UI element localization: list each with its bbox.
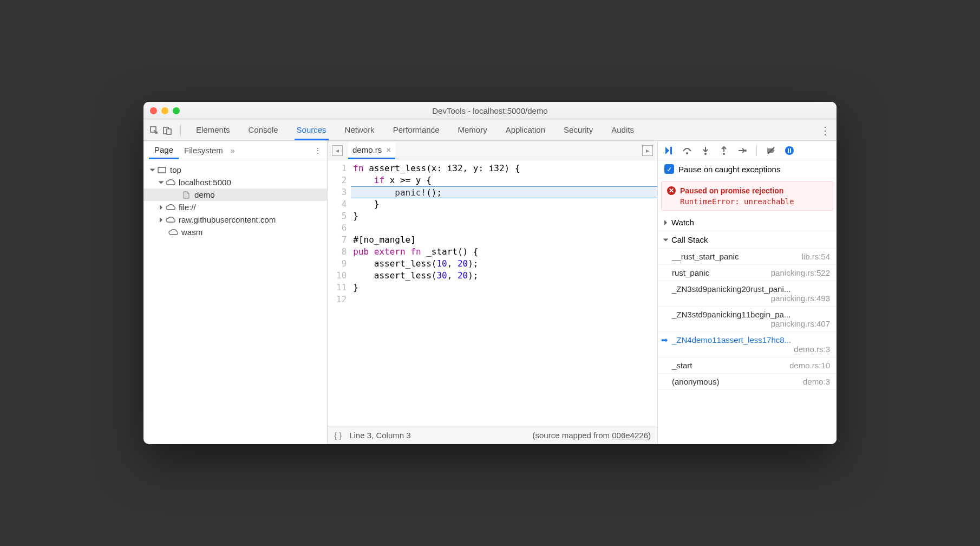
callstack-frame[interactable]: rust_panicpanicking.rs:522 <box>658 265 837 281</box>
pause-on-caught-row[interactable]: ✓ Pause on caught exceptions <box>658 160 837 178</box>
cloud-icon <box>166 204 175 211</box>
callstack-section[interactable]: Call Stack <box>658 231 837 249</box>
nav-back-icon[interactable]: ◂ <box>332 145 343 156</box>
tab-page[interactable]: Page <box>149 142 179 159</box>
callstack-frame[interactable]: __rust_start_paniclib.rs:54 <box>658 249 837 265</box>
callstack-label: Call Stack <box>671 235 708 244</box>
tree-wasm[interactable]: wasm <box>143 226 327 238</box>
file-icon <box>181 191 191 199</box>
step-over-icon[interactable] <box>682 145 692 156</box>
device-toggle-icon[interactable] <box>162 125 173 136</box>
step-out-icon[interactable] <box>718 145 729 156</box>
editor-pane: ◂ demo.rs × ▸ 123456789101112 fn assert_… <box>328 141 658 444</box>
code-lines: fn assert_less(x: i32, y: i32) { if x >=… <box>351 160 657 426</box>
body: Page Filesystem » ⋮ top localhost:5000 <box>143 141 837 444</box>
code-area[interactable]: 123456789101112 fn assert_less(x: i32, y… <box>328 160 657 426</box>
tree-raw-github[interactable]: raw.githubusercontent.com <box>143 213 327 226</box>
tab-filesystem[interactable]: Filesystem <box>179 142 228 158</box>
tab-memory[interactable]: Memory <box>456 121 489 140</box>
svg-rect-11 <box>788 148 789 153</box>
tree-file-demo[interactable]: demo <box>143 188 327 201</box>
nav-forward-icon[interactable]: ▸ <box>642 145 653 156</box>
step-icon[interactable] <box>737 145 748 156</box>
pause-on-caught-label: Pause on caught exceptions <box>678 165 780 174</box>
code-line: } <box>351 210 657 222</box>
code-line: assert_less(30, 20); <box>351 270 657 282</box>
watch-label: Watch <box>671 218 694 227</box>
tab-audits[interactable]: Audits <box>609 121 636 140</box>
callstack-frame[interactable]: _ZN3std9panicking11begin_pa...panicking.… <box>658 307 837 332</box>
window-title: DevTools - localhost:5000/demo <box>143 106 837 115</box>
code-line: pub extern fn _start() { <box>351 246 657 258</box>
tree-top[interactable]: top <box>143 164 327 176</box>
pause-exceptions-icon[interactable] <box>784 145 795 156</box>
tree-host[interactable]: localhost:5000 <box>143 176 327 188</box>
more-tabs-icon[interactable]: » <box>231 146 235 155</box>
sidebar-more-icon[interactable]: ⋮ <box>314 146 322 155</box>
tab-security[interactable]: Security <box>561 121 595 140</box>
svg-rect-2 <box>167 129 171 134</box>
source-map-link[interactable]: 006e4226 <box>612 431 648 440</box>
sidebar-tab-strip: Page Filesystem » ⋮ <box>143 141 327 160</box>
tree-file-scheme[interactable]: file:// <box>143 201 327 213</box>
svg-rect-4 <box>670 147 672 154</box>
code-line: } <box>351 198 657 210</box>
file-tab-demo[interactable]: demo.rs × <box>348 142 395 159</box>
cloud-icon <box>166 179 175 186</box>
tab-application[interactable]: Application <box>504 121 547 140</box>
pretty-print-icon[interactable]: { } <box>334 431 342 440</box>
close-tab-icon[interactable]: × <box>386 145 391 154</box>
tree-label: localhost:5000 <box>179 178 231 187</box>
tab-elements[interactable]: Elements <box>194 121 232 140</box>
svg-point-8 <box>744 150 747 152</box>
svg-point-10 <box>785 146 794 155</box>
panel-tabs: ElementsConsoleSourcesNetworkPerformance… <box>194 121 818 140</box>
svg-rect-3 <box>158 167 166 173</box>
more-menu-icon[interactable]: ⋮ <box>820 124 831 137</box>
cursor-position: Line 3, Column 3 <box>349 431 410 440</box>
svg-point-7 <box>723 153 725 155</box>
tab-sources[interactable]: Sources <box>295 121 329 140</box>
error-icon: ✕ <box>667 186 676 195</box>
inspect-icon[interactable] <box>149 125 160 136</box>
main-toolbar: ElementsConsoleSourcesNetworkPerformance… <box>143 120 837 141</box>
tab-performance[interactable]: Performance <box>391 121 442 140</box>
watch-section[interactable]: Watch <box>658 214 837 231</box>
tree-label: wasm <box>181 227 202 237</box>
paused-detail: RuntimeError: unreachable <box>680 197 827 206</box>
tab-network[interactable]: Network <box>343 121 377 140</box>
code-line <box>351 294 657 306</box>
paused-banner: ✕Paused on promise rejection RuntimeErro… <box>661 181 833 211</box>
frame-icon <box>157 166 167 174</box>
editor-tab-strip: ◂ demo.rs × ▸ <box>328 141 657 160</box>
window-titlebar: DevTools - localhost:5000/demo <box>143 102 837 120</box>
tree-label: file:// <box>179 203 196 212</box>
code-line: } <box>351 282 657 294</box>
callstack-frame[interactable]: _ZN4demo11assert_less17hc8...demo.rs:3 <box>658 332 837 358</box>
tab-console[interactable]: Console <box>246 121 280 140</box>
devtools-window: DevTools - localhost:5000/demo ElementsC… <box>143 102 837 444</box>
callstack-frame[interactable]: _ZN3std9panicking20rust_pani...panicking… <box>658 281 837 307</box>
svg-point-6 <box>704 153 707 155</box>
source-map-info: (source mapped from 006e4226) <box>533 431 651 440</box>
file-tab-label: demo.rs <box>352 145 382 154</box>
debug-toolbar <box>658 141 837 160</box>
editor-status-bar: { } Line 3, Column 3 (source mapped from… <box>328 426 657 444</box>
checkbox-icon[interactable]: ✓ <box>664 164 674 174</box>
deactivate-breakpoints-icon[interactable] <box>766 145 776 156</box>
callstack-frame[interactable]: (anonymous)demo:3 <box>658 374 837 390</box>
sources-sidebar: Page Filesystem » ⋮ top localhost:5000 <box>143 141 328 444</box>
paused-title: Paused on promise rejection <box>680 186 783 195</box>
code-line: fn assert_less(x: i32, y: i32) { <box>351 162 657 174</box>
svg-point-5 <box>686 152 688 154</box>
file-tree: top localhost:5000 demo file:// <box>143 160 327 444</box>
line-gutter: 123456789101112 <box>328 160 351 426</box>
code-line: if x >= y { <box>351 174 657 186</box>
code-line: assert_less(10, 20); <box>351 258 657 270</box>
tree-label: raw.githubusercontent.com <box>179 215 276 224</box>
separator <box>756 145 757 156</box>
step-into-icon[interactable] <box>700 145 711 156</box>
resume-icon[interactable] <box>663 145 674 156</box>
callstack-list: __rust_start_paniclib.rs:54rust_panicpan… <box>658 249 837 444</box>
callstack-frame[interactable]: _startdemo.rs:10 <box>658 358 837 374</box>
